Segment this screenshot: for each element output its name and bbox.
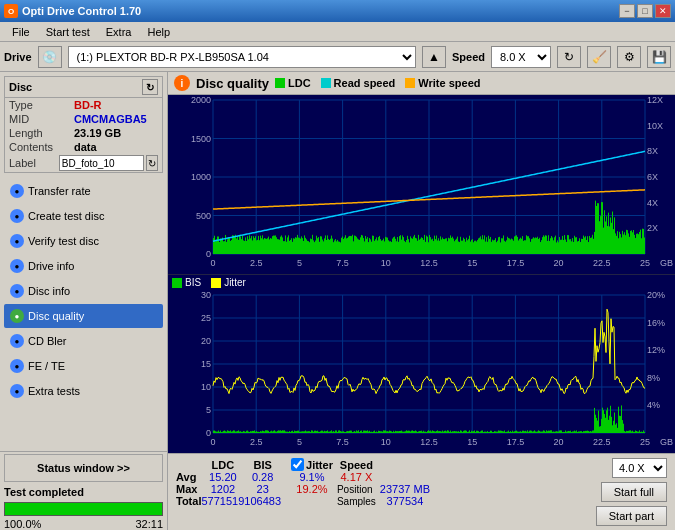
eject-button[interactable]: ▲	[422, 46, 446, 68]
stats-total-row: Total 5771519 106483 Samples 377534	[176, 495, 430, 507]
legend-bis-color	[172, 278, 182, 288]
stats-avg-row: Avg 15.20 0.28 9.1% 4.17 X	[176, 471, 430, 483]
disc-mid-row: MID CMCMAGBA5	[5, 112, 162, 126]
sidebar-nav: ● Transfer rate ● Create test disc ● Ver…	[0, 177, 167, 451]
nav-disc-quality[interactable]: ● Disc quality	[4, 304, 163, 328]
total-ldc: 5771519	[201, 495, 244, 507]
chart-legend: LDC Read speed Write speed	[275, 77, 481, 89]
bis-chart	[168, 290, 675, 453]
legend-jitter: Jitter	[211, 277, 246, 288]
bis-legend: BIS Jitter	[168, 275, 675, 290]
legend-read-speed: Read speed	[321, 77, 396, 89]
menu-file[interactable]: File	[4, 24, 38, 40]
menu-bar: File Start test Extra Help	[0, 22, 675, 42]
ldc-chart-container	[168, 95, 675, 275]
disc-quality-icon: i	[174, 75, 190, 91]
test-completed-label: Test completed	[0, 484, 167, 500]
disc-info-header: Disc ↻	[5, 77, 162, 98]
avg-jitter: 9.1%	[291, 471, 333, 483]
progress-percent: 100.0%	[4, 518, 41, 530]
nav-verify-test[interactable]: ● Verify test disc	[4, 229, 163, 253]
start-part-button[interactable]: Start part	[596, 506, 667, 526]
nav-icon-bler: ●	[10, 334, 24, 348]
settings-button[interactable]: ⚙	[617, 46, 641, 68]
maximize-button[interactable]: □	[637, 4, 653, 18]
nav-icon-verify: ●	[10, 234, 24, 248]
drive-label: Drive	[4, 51, 32, 63]
disc-contents-row: Contents data	[5, 140, 162, 154]
nav-icon-extra: ●	[10, 384, 24, 398]
right-controls: 4.0 X Start full Start part	[596, 458, 667, 526]
samples-label: Samples	[333, 495, 380, 507]
test-speed-select[interactable]: 4.0 X	[612, 458, 667, 478]
total-bis: 106483	[244, 495, 281, 507]
nav-transfer-rate[interactable]: ● Transfer rate	[4, 179, 163, 203]
stats-table: LDC BIS Jitter Speed Avg 15.20 0.	[176, 458, 430, 507]
nav-create-test[interactable]: ● Create test disc	[4, 204, 163, 228]
disc-type-row: Type BD-R	[5, 98, 162, 112]
sidebar-bottom: Status window >> Test completed 100.0% 3…	[0, 451, 167, 530]
disc-info-panel: Disc ↻ Type BD-R MID CMCMAGBA5 Length 23…	[4, 76, 163, 173]
ldc-chart	[168, 95, 675, 274]
nav-icon-create: ●	[10, 209, 24, 223]
save-button[interactable]: 💾	[647, 46, 671, 68]
time-display: 32:11	[135, 518, 163, 530]
erase-button[interactable]: 🧹	[587, 46, 611, 68]
disc-label-row: Label ↻	[5, 154, 162, 172]
legend-write-color	[405, 78, 415, 88]
samples-val: 377534	[380, 495, 430, 507]
menu-help[interactable]: Help	[139, 24, 178, 40]
max-ldc: 1202	[201, 483, 244, 495]
refresh-button[interactable]: ↻	[557, 46, 581, 68]
nav-icon-drive: ●	[10, 259, 24, 273]
nav-drive-info[interactable]: ● Drive info	[4, 254, 163, 278]
disc-label-input[interactable]	[59, 155, 144, 171]
legend-jitter-color	[211, 278, 221, 288]
avg-label: Avg	[176, 471, 201, 483]
legend-ldc: LDC	[275, 77, 311, 89]
nav-fe-te[interactable]: ● FE / TE	[4, 354, 163, 378]
avg-ldc: 15.20	[201, 471, 244, 483]
close-button[interactable]: ✕	[655, 4, 671, 18]
col-bis: BIS	[244, 458, 281, 471]
status-window-button[interactable]: Status window >>	[4, 454, 163, 482]
legend-read-color	[321, 78, 331, 88]
disc-length-val: 23.19 GB	[74, 127, 121, 139]
legend-write-speed: Write speed	[405, 77, 480, 89]
app-icon: O	[4, 4, 18, 18]
legend-bis: BIS	[172, 277, 201, 288]
window-controls: − □ ✕	[619, 4, 671, 18]
total-label: Total	[176, 495, 201, 507]
app-title: Opti Drive Control 1.70	[22, 5, 141, 17]
nav-disc-info[interactable]: ● Disc info	[4, 279, 163, 303]
nav-icon-fete: ●	[10, 359, 24, 373]
nav-icon-quality: ●	[10, 309, 24, 323]
drive-bar: Drive 💿 (1:) PLEXTOR BD-R PX-LB950SA 1.0…	[0, 42, 675, 72]
disc-contents-val: data	[74, 141, 97, 153]
drive-select[interactable]: (1:) PLEXTOR BD-R PX-LB950SA 1.04	[68, 46, 416, 68]
disc-refresh-btn[interactable]: ↻	[142, 79, 158, 95]
speed-select[interactable]: 8.0 X	[491, 46, 551, 68]
speed-label: Speed	[452, 51, 485, 63]
stats-area: LDC BIS Jitter Speed Avg 15.20 0.	[168, 453, 675, 530]
start-full-button[interactable]: Start full	[601, 482, 667, 502]
col-speed: Speed	[333, 458, 380, 471]
col-jitter: Jitter	[291, 458, 333, 471]
disc-label-refresh[interactable]: ↻	[146, 155, 158, 171]
minimize-button[interactable]: −	[619, 4, 635, 18]
menu-start-test[interactable]: Start test	[38, 24, 98, 40]
right-panel: i Disc quality LDC Read speed Write spee…	[168, 72, 675, 530]
progress-bar	[4, 502, 163, 516]
col-ldc: LDC	[201, 458, 244, 471]
charts-area: BIS Jitter	[168, 95, 675, 453]
nav-cd-bler[interactable]: ● CD Bler	[4, 329, 163, 353]
nav-extra-tests[interactable]: ● Extra tests	[4, 379, 163, 403]
main-content: Disc ↻ Type BD-R MID CMCMAGBA5 Length 23…	[0, 72, 675, 530]
drive-icon: 💿	[38, 46, 62, 68]
menu-extra[interactable]: Extra	[98, 24, 140, 40]
max-jitter: 19.2%	[291, 483, 333, 495]
legend-ldc-color	[275, 78, 285, 88]
bis-chart-container: BIS Jitter	[168, 275, 675, 453]
progress-bar-fill	[5, 503, 162, 515]
jitter-checkbox[interactable]	[291, 458, 304, 471]
